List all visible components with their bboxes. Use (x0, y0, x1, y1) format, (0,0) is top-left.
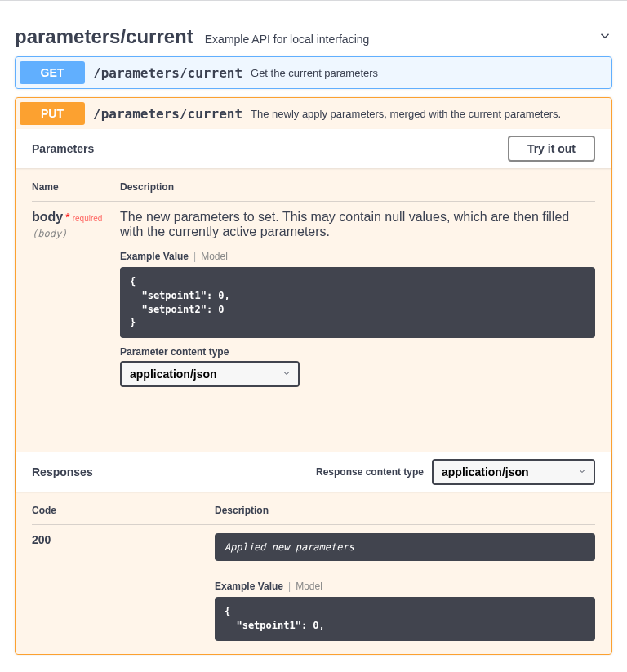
responses-header: Responses Response content type applicat… (16, 452, 611, 492)
opblock-get: GET /parameters/current Get the current … (15, 56, 612, 89)
parameters-title: Parameters (32, 142, 94, 155)
param-content-type-label: Parameter content type (120, 346, 595, 358)
summary-get: Get the current parameters (251, 67, 378, 79)
method-badge-put: PUT (20, 102, 85, 125)
param-in: (body) (32, 228, 120, 239)
summary-put: The newly apply parameters, merged with … (251, 108, 561, 120)
response-content-type-select[interactable]: application/json (432, 459, 595, 485)
response-example-code[interactable]: { "setpoint1": 0, (215, 597, 595, 641)
tab-example-value-response[interactable]: Example Value (215, 581, 283, 592)
th-code: Code (32, 505, 215, 516)
response-code-200: 200 (32, 533, 215, 641)
param-name-body: body (32, 210, 63, 224)
tab-example-value[interactable]: Example Value (120, 251, 189, 262)
path-put: /parameters/current (93, 106, 242, 122)
opblock-put: PUT /parameters/current The newly apply … (15, 97, 612, 655)
required-star: * (63, 211, 72, 224)
required-label: required (73, 214, 103, 223)
tag-name: parameters/current (15, 25, 193, 48)
th-name: Name (32, 181, 120, 193)
try-it-out-button[interactable]: Try it out (508, 136, 595, 162)
tag-header[interactable]: parameters/current Example API for local… (15, 17, 612, 56)
tab-model-response[interactable]: Model (296, 581, 322, 592)
th-description: Description (120, 181, 595, 193)
example-code[interactable]: { "setpoint1": 0, "setpoint2": 0 } (120, 267, 595, 338)
path-get: /parameters/current (93, 65, 242, 81)
response-content-type-label: Response content type (316, 466, 424, 478)
tag-description: Example API for local interfacing (205, 33, 370, 46)
responses-title: Responses (32, 465, 93, 478)
th-resp-description: Description (215, 505, 595, 516)
param-content-type-select[interactable]: application/json (120, 361, 300, 387)
parameters-header: Parameters Try it out (16, 129, 611, 168)
response-text: Applied new parameters (215, 533, 595, 561)
opblock-summary-get[interactable]: GET /parameters/current Get the current … (16, 57, 611, 88)
opblock-summary-put[interactable]: PUT /parameters/current The newly apply … (16, 98, 611, 129)
param-description: The new parameters to set. This may cont… (120, 210, 595, 239)
method-badge-get: GET (20, 61, 85, 84)
chevron-down-icon[interactable] (598, 29, 612, 46)
tab-model[interactable]: Model (201, 251, 228, 262)
